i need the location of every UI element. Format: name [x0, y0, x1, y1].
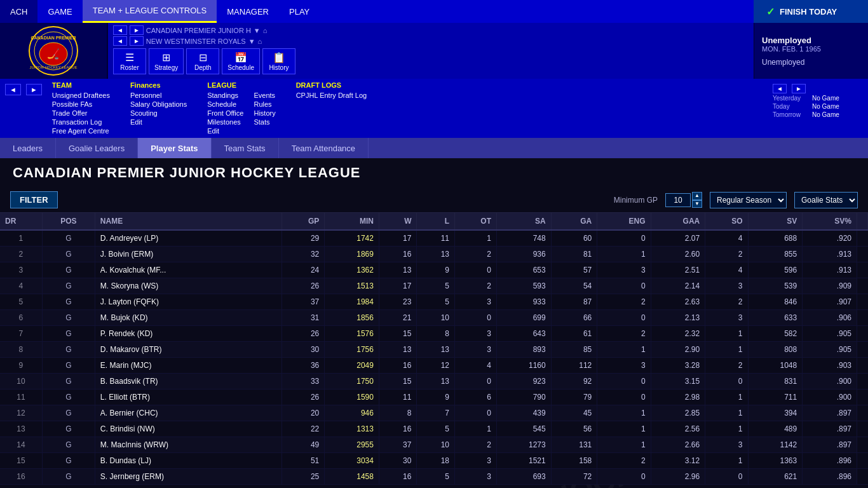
league-item-standings[interactable]: Standings: [207, 91, 243, 100]
table-row[interactable]: 12GA. Bernier (CHC)209468704394512.85139…: [0, 405, 868, 421]
table-cell: 2: [597, 453, 651, 469]
tab-team-stats[interactable]: Team Stats: [212, 138, 279, 158]
table-cell: M. Bujok (KD): [95, 310, 281, 326]
team-link[interactable]: NEW WESTMINSTER ROYALS: [146, 37, 246, 45]
stats-type-select[interactable]: Goalie Stats Skater Stats: [794, 192, 858, 208]
tab-player-stats[interactable]: Player Stats: [138, 138, 211, 158]
league-item-edit[interactable]: Edit: [207, 126, 243, 135]
table-row[interactable]: 3GA. Kovalchuk (MF...24136213906535732.5…: [0, 262, 868, 278]
team-item-transaction[interactable]: Transaction Log: [52, 118, 110, 126]
team-item-freeagent[interactable]: Free Agent Centre: [52, 126, 110, 135]
table-cell: J. Boivin (ERM): [95, 247, 281, 262]
tab-leaders[interactable]: Leaders: [0, 138, 56, 158]
col-header-svp[interactable]: SV%: [803, 213, 857, 230]
prev-league-btn[interactable]: ◄: [113, 25, 127, 35]
schedule-btn[interactable]: 📅 Schedule: [222, 48, 260, 74]
league-link[interactable]: CANADIAN PREMIER JUNIOR H: [146, 27, 251, 34]
roster-btn[interactable]: ☰ Roster: [113, 48, 146, 74]
league-item-events[interactable]: Events: [254, 91, 275, 100]
table-cell: 112: [551, 358, 597, 374]
team-icon2[interactable]: ⌂: [258, 37, 262, 45]
col-header-gp[interactable]: GP: [281, 213, 324, 230]
season-select[interactable]: Regular Season Playoffs: [710, 192, 787, 208]
table-cell: 0: [597, 390, 651, 405]
min-gp-down-btn[interactable]: ▼: [692, 200, 702, 208]
team-item-unsigned[interactable]: Unsigned Draftees: [52, 91, 110, 100]
col-header-sv[interactable]: SV: [748, 213, 803, 230]
table-row[interactable]: 7GP. Rendek (KD)26157615836436122.321582…: [0, 326, 868, 342]
team-item-possible[interactable]: Possible FAs: [52, 100, 110, 109]
nav-item-play[interactable]: PLAY: [279, 0, 320, 23]
finances-item-scouting[interactable]: Scouting: [130, 109, 187, 118]
nav-prev-btn[interactable]: ◄: [5, 84, 21, 95]
table-row[interactable]: 16GS. Jernberg (ERM)25145816536937202.96…: [0, 469, 868, 485]
table-cell: E. Marin (MJC): [95, 358, 281, 374]
table-row[interactable]: 13GC. Brindisi (NW)22131316515455612.561…: [0, 421, 868, 437]
league-icon1[interactable]: ▼: [254, 27, 261, 34]
history-btn[interactable]: 📋 History: [262, 48, 295, 74]
col-header-pos[interactable]: POS: [42, 213, 95, 230]
table-row[interactable]: 10GB. Baadsvik (TR)331750151309239203.15…: [0, 374, 868, 390]
col-header-ga[interactable]: GA: [551, 213, 597, 230]
table-row[interactable]: 14GM. MacInnis (WRW)49295537102127313112…: [0, 437, 868, 453]
col-header-min[interactable]: MIN: [325, 213, 379, 230]
nav-item-ach[interactable]: ACH: [0, 0, 37, 23]
col-header-so[interactable]: SO: [705, 213, 748, 230]
table-row[interactable]: 5GJ. Layton (FQFK)37198423539338722.6328…: [0, 294, 868, 310]
finances-item-salary[interactable]: Salary Obligations: [130, 100, 187, 109]
league-item-schedule[interactable]: Schedule: [207, 100, 243, 109]
table-row[interactable]: 1GD. Andreyev (LP)291742171117486002.074…: [0, 230, 868, 247]
league-item-history[interactable]: History: [254, 109, 275, 118]
table-cell: .905: [803, 326, 857, 342]
table-row[interactable]: 6GM. Bujok (KD)311856211006996602.133633…: [0, 310, 868, 326]
strategy-btn[interactable]: ⊞ Strategy: [149, 48, 184, 74]
depth-btn[interactable]: ⊟ Depth: [186, 48, 219, 74]
nav-next-btn[interactable]: ►: [26, 84, 42, 95]
col-header-name[interactable]: NAME: [95, 213, 281, 230]
prev-day-btn[interactable]: ◄: [773, 84, 787, 93]
league-item-stats[interactable]: Stats: [254, 118, 275, 126]
league-item-frontoffice[interactable]: Front Office: [207, 109, 243, 118]
col-header-w[interactable]: W: [379, 213, 417, 230]
col-header-gaa[interactable]: GAA: [651, 213, 705, 230]
table-row[interactable]: 4GM. Skoryna (WS)26151317525935402.14353…: [0, 278, 868, 294]
tab-team-attendance[interactable]: Team Attendance: [279, 138, 369, 158]
league-item-rules[interactable]: Rules: [254, 100, 275, 109]
table-cell: 79: [551, 390, 597, 405]
nav-item-game[interactable]: GAME: [37, 0, 82, 23]
col-header-l[interactable]: L: [417, 213, 455, 230]
finances-item-personnel[interactable]: Personnel: [130, 91, 187, 100]
table-cell: 13: [379, 262, 417, 278]
league-item-milestones[interactable]: Milestones: [207, 118, 243, 126]
nav-item-manager[interactable]: MANAGER: [217, 0, 279, 23]
draft-logs-item-cpjhl[interactable]: CPJHL Entry Draft Log: [296, 91, 367, 100]
team-item-trade[interactable]: Trade Offer: [52, 109, 110, 118]
filter-button[interactable]: FILTER: [10, 191, 58, 208]
table-cell: 545: [497, 421, 552, 437]
table-row[interactable]: 2GJ. Boivin (ERM)321869161329368112.6028…: [0, 247, 868, 262]
finances-item-edit[interactable]: Edit: [130, 118, 187, 126]
next-team-btn[interactable]: ►: [130, 36, 144, 46]
min-gp-input[interactable]: [665, 193, 691, 207]
table-cell: 2: [0, 247, 42, 262]
table-row[interactable]: 8GD. Makarov (BTR)301756131338938512.901…: [0, 342, 868, 358]
table-row[interactable]: 11GL. Elliott (BTR)26159011967907902.981…: [0, 390, 868, 405]
col-header-sa[interactable]: SA: [497, 213, 552, 230]
team-icon1[interactable]: ▼: [248, 37, 255, 45]
col-header-dr[interactable]: DR: [0, 213, 42, 230]
next-day-btn[interactable]: ►: [792, 84, 806, 93]
min-gp-up-btn[interactable]: ▲: [692, 192, 702, 200]
col-header-ot[interactable]: OT: [454, 213, 496, 230]
nav-item-team-league[interactable]: TEAM + LEAGUE CONTROLS: [83, 0, 217, 23]
col-header-eng[interactable]: ENG: [597, 213, 651, 230]
table-cell: 593: [497, 278, 552, 294]
next-league-btn[interactable]: ►: [130, 25, 144, 35]
league-icon2[interactable]: ⌂: [263, 27, 268, 34]
table-cell: 57: [551, 262, 597, 278]
svg-text:CANADIAN PREMIER: CANADIAN PREMIER: [31, 36, 76, 40]
table-row[interactable]: 9GE. Marin (MJC)36204916124116011233.282…: [0, 358, 868, 374]
tab-goalie-leaders[interactable]: Goalie Leaders: [56, 138, 138, 158]
finish-today-button[interactable]: ✓ FINISH TODAY: [754, 0, 868, 23]
prev-team-btn[interactable]: ◄: [113, 36, 127, 46]
table-row[interactable]: 15GB. Dundas (LJ)51303430183152115823.12…: [0, 453, 868, 469]
